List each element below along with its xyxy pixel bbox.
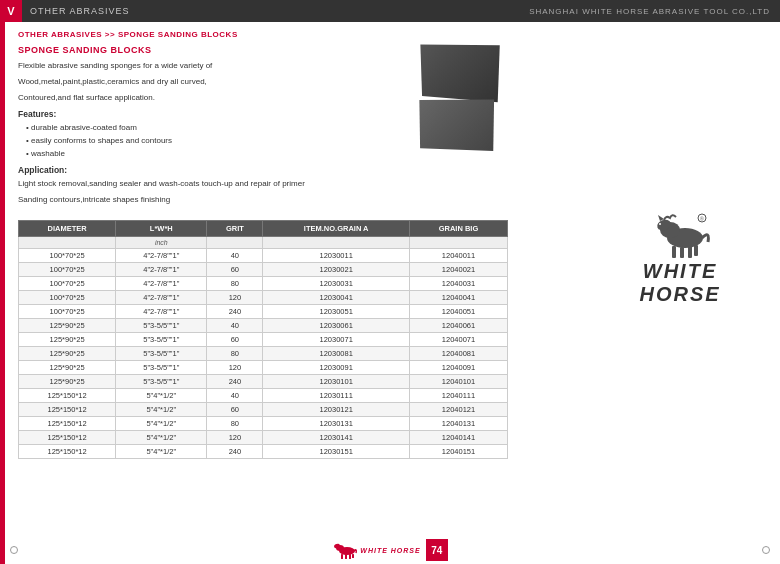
feature-3: • washable xyxy=(18,148,348,161)
application-title: Application: xyxy=(18,165,348,175)
table-row: 125*150*125"4"*1/2"401203011112040111 xyxy=(19,389,508,403)
table-cell-6-1: 5"3-5/5""1" xyxy=(116,333,207,347)
footer-dot-left xyxy=(10,546,18,554)
table-cell-13-1: 5"4"*1/2" xyxy=(116,431,207,445)
table-cell-2-4: 12040031 xyxy=(410,277,508,291)
table-cell-12-4: 12040131 xyxy=(410,417,508,431)
table-cell-10-0: 125*150*12 xyxy=(19,389,116,403)
table-cell-8-3: 12030091 xyxy=(263,361,410,375)
col-header-grain-big: GRAIN BIG xyxy=(410,221,508,237)
table-row: 125*90*255"3-5/5""1"401203006112040061 xyxy=(19,319,508,333)
table-cell-5-0: 125*90*25 xyxy=(19,319,116,333)
table-cell-13-0: 125*150*12 xyxy=(19,431,116,445)
table-row: 100*70*254"2-7/8""1"401203001112040011 xyxy=(19,249,508,263)
footer-dot-right xyxy=(762,546,770,554)
svg-rect-16 xyxy=(349,554,351,559)
table-cell-3-2: 120 xyxy=(207,291,263,305)
col-header-diameter: DIAMETER xyxy=(19,221,116,237)
table-row: 125*150*125"4"*1/2"601203012112040121 xyxy=(19,403,508,417)
table-cell-0-2: 40 xyxy=(207,249,263,263)
table-cell-1-2: 60 xyxy=(207,263,263,277)
table-cell-3-4: 12040041 xyxy=(410,291,508,305)
table-row: 125*150*125"4"*1/2"1201203014112040141 xyxy=(19,431,508,445)
table-cell-3-3: 12030041 xyxy=(263,291,410,305)
table-row: 125*90*255"3-5/5""1"601203007112040071 xyxy=(19,333,508,347)
table-cell-11-0: 125*150*12 xyxy=(19,403,116,417)
horse-icon-large: ® xyxy=(650,210,710,260)
table-cell-3-1: 4"2-7/8""1" xyxy=(116,291,207,305)
table-cell-4-3: 12030051 xyxy=(263,305,410,319)
table-cell-12-3: 12030131 xyxy=(263,417,410,431)
table-cell-2-2: 80 xyxy=(207,277,263,291)
footer-brand-text: WHITE HORSE xyxy=(360,547,420,554)
subheader-diameter xyxy=(19,237,116,249)
col-header-grit: GRIT xyxy=(207,221,263,237)
table-cell-0-1: 4"2-7/8""1" xyxy=(116,249,207,263)
table-cell-3-0: 100*70*25 xyxy=(19,291,116,305)
table-cell-1-3: 12030021 xyxy=(263,263,410,277)
svg-rect-17 xyxy=(352,554,354,558)
table-cell-14-2: 240 xyxy=(207,445,263,459)
table-cell-4-1: 4"2-7/8""1" xyxy=(116,305,207,319)
brand-logo-area: ® WHITE HORSE xyxy=(600,210,760,306)
header-brand-label: SHANGHAI WHITE HORSE ABRASIVE TOOL CO.,L… xyxy=(529,7,770,16)
table-cell-12-1: 5"4"*1/2" xyxy=(116,417,207,431)
table-row: 125*90*255"3-5/5""1"2401203010112040101 xyxy=(19,375,508,389)
table-cell-0-0: 100*70*25 xyxy=(19,249,116,263)
footer-brand: WHITE HORSE xyxy=(332,540,420,560)
page-footer: WHITE HORSE 74 xyxy=(0,536,780,564)
table-cell-13-4: 12040141 xyxy=(410,431,508,445)
table-cell-14-4: 12040151 xyxy=(410,445,508,459)
product-table: DIAMETER L*W*H GRIT ITEM.NO.GRAIN A GRAI… xyxy=(18,220,508,459)
table-row: 100*70*254"2-7/8""1"1201203004112040041 xyxy=(19,291,508,305)
table-cell-8-0: 125*90*25 xyxy=(19,361,116,375)
header-category-label: OTHER ABRASIVES xyxy=(30,6,130,16)
table-cell-6-4: 12040071 xyxy=(410,333,508,347)
product-image xyxy=(418,45,568,135)
table-cell-5-1: 5"3-5/5""1" xyxy=(116,319,207,333)
subheader-grit xyxy=(207,237,263,249)
left-accent-bar xyxy=(0,22,5,564)
table-cell-0-4: 12040011 xyxy=(410,249,508,263)
application-2: Sanding contours,intricate shapes finish… xyxy=(18,194,348,206)
product-title: SPONGE SANDING BLOCKS xyxy=(18,45,348,55)
subheader-item-a xyxy=(263,237,410,249)
table-row: 100*70*254"2-7/8""1"2401203005112040051 xyxy=(19,305,508,319)
table-cell-12-0: 125*150*12 xyxy=(19,417,116,431)
subheader-inch: inch xyxy=(116,237,207,249)
table-cell-1-1: 4"2-7/8""1" xyxy=(116,263,207,277)
horse-logo: ® xyxy=(600,210,760,260)
svg-rect-3 xyxy=(672,246,676,258)
table-cell-8-4: 12040091 xyxy=(410,361,508,375)
table-cell-14-3: 12030151 xyxy=(263,445,410,459)
features-title: Features: xyxy=(18,109,348,119)
table-row: 100*70*254"2-7/8""1"801203003112040031 xyxy=(19,277,508,291)
table-cell-9-3: 12030101 xyxy=(263,375,410,389)
table-cell-14-1: 5"4"*1/2" xyxy=(116,445,207,459)
table-cell-2-1: 4"2-7/8""1" xyxy=(116,277,207,291)
footer-right: WHITE HORSE 74 xyxy=(332,539,447,561)
table-cell-14-0: 125*150*12 xyxy=(19,445,116,459)
svg-rect-6 xyxy=(694,245,698,256)
page-number: 74 xyxy=(426,539,448,561)
table-cell-8-1: 5"3-5/5""1" xyxy=(116,361,207,375)
table-cell-5-4: 12040061 xyxy=(410,319,508,333)
table-cell-4-2: 240 xyxy=(207,305,263,319)
table-cell-7-2: 80 xyxy=(207,347,263,361)
table-cell-9-1: 5"3-5/5""1" xyxy=(116,375,207,389)
table-cell-9-0: 125*90*25 xyxy=(19,375,116,389)
table-cell-11-4: 12040121 xyxy=(410,403,508,417)
top-section: SPONGE SANDING BLOCKS Flexible abrasive … xyxy=(18,45,768,210)
table-cell-7-0: 125*90*25 xyxy=(19,347,116,361)
svg-rect-14 xyxy=(341,554,343,559)
svg-rect-4 xyxy=(680,247,684,258)
svg-point-8 xyxy=(659,223,661,225)
table-row: 125*90*255"3-5/5""1"801203008112040081 xyxy=(19,347,508,361)
svg-rect-5 xyxy=(688,246,692,258)
category-v-icon: V xyxy=(0,0,22,22)
table-row: 125*150*125"4"*1/2"2401203015112040151 xyxy=(19,445,508,459)
description-1: Flexible abrasive sanding sponges for a … xyxy=(18,60,348,72)
table-cell-10-4: 12040111 xyxy=(410,389,508,403)
table-cell-9-2: 240 xyxy=(207,375,263,389)
table-cell-6-2: 60 xyxy=(207,333,263,347)
